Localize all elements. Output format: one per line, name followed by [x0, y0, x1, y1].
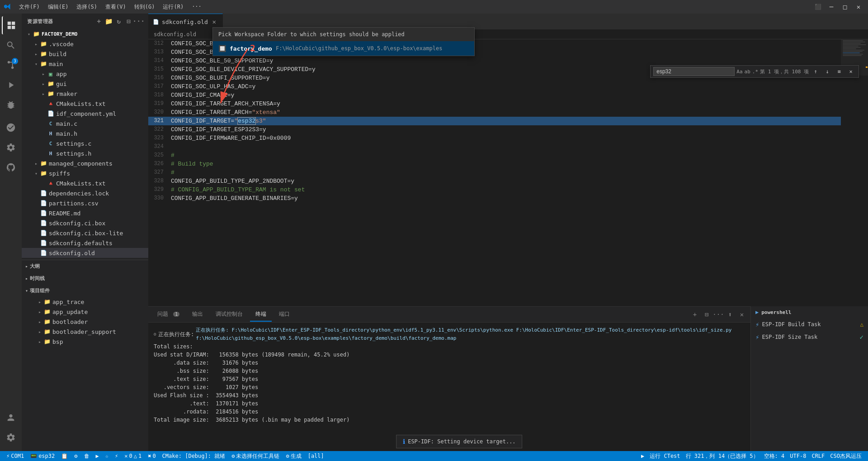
tree-item-managed[interactable]: ▸ 📁 managed_components	[22, 158, 148, 168]
status-spaces[interactable]: 空格: 4	[761, 451, 788, 461]
status-flash-icon[interactable]: ⚡	[112, 451, 121, 461]
status-copy-icon[interactable]: 📋	[58, 451, 71, 461]
tree-item-mainc[interactable]: ▸ C main.c	[22, 119, 148, 128]
tree-item-bsp[interactable]: ▸ 📁 bsp	[22, 337, 148, 347]
find-input[interactable]	[653, 67, 735, 76]
find-next-icon[interactable]: ↓	[822, 67, 832, 76]
activity-extensions[interactable]	[2, 96, 20, 114]
terminal-content[interactable]: ⚙ 正在执行任务: 正在执行任务: F:\HoloCubic\IDF\Enter…	[148, 323, 750, 451]
tree-item-main[interactable]: ▾ 📁 main	[22, 59, 148, 69]
panel-maximize-icon[interactable]: ⬆	[725, 309, 735, 319]
status-encoding[interactable]: UTF-8	[787, 451, 809, 461]
tree-item-spiffs[interactable]: ▾ 📁 spiffs	[22, 168, 148, 178]
status-star-icon[interactable]: ☆	[103, 451, 111, 461]
status-x-count[interactable]: ✖ 0	[145, 451, 158, 461]
panel-close-icon[interactable]: ✕	[737, 309, 747, 319]
activity-github[interactable]	[2, 158, 20, 176]
status-eol[interactable]: CRLF	[809, 451, 827, 461]
minimize-button[interactable]: ─	[826, 1, 837, 13]
tree-item-rmaker[interactable]: ▸ 📁 rmaker	[22, 89, 148, 99]
menu-edit[interactable]: 编辑(E)	[44, 2, 72, 12]
new-folder-icon[interactable]: 📁	[105, 17, 113, 25]
find-case-icon[interactable]: Aa	[736, 69, 742, 75]
activity-account[interactable]	[2, 409, 20, 427]
esp-idf-size-task[interactable]: ⚡ ESP-IDF Size Task ✓	[751, 331, 868, 343]
status-all[interactable]: [all]	[305, 451, 327, 461]
status-line-col[interactable]: 行 321，列 14（已选择 5）	[683, 451, 761, 461]
activity-explorer[interactable]	[2, 16, 20, 34]
tab-close-icon[interactable]: ✕	[211, 18, 218, 25]
tree-item-app[interactable]: ▸ ▣ app	[22, 69, 148, 79]
find-select-all-icon[interactable]: ≡	[834, 67, 841, 76]
status-errors[interactable]: ✕ 0 △ 1	[122, 451, 144, 461]
tree-item-dependencies[interactable]: ▸ 📄 dependencies.lock	[22, 188, 148, 198]
status-run-right[interactable]: ▶	[638, 451, 647, 461]
refresh-icon[interactable]: ↻	[115, 17, 123, 25]
find-regex-icon[interactable]: .*	[752, 69, 758, 75]
new-file-icon[interactable]: +	[95, 17, 103, 25]
menu-view[interactable]: 查看(V)	[102, 2, 130, 12]
more-actions-icon[interactable]: ···	[135, 17, 143, 25]
panel-tab-terminal[interactable]: 终端	[250, 308, 272, 322]
tree-item-gui[interactable]: ▸ 📁 gui	[22, 79, 148, 89]
menu-file[interactable]: 文件(F)	[15, 2, 43, 12]
tree-item-settingsh[interactable]: ▸ H settings.h	[22, 148, 148, 158]
panel-more-icon[interactable]: ···	[713, 309, 723, 319]
menu-goto[interactable]: 转到(G)	[131, 2, 159, 12]
status-generate[interactable]: ⚙ 生成	[283, 451, 304, 461]
panel-split-icon[interactable]: ⊟	[702, 309, 712, 319]
menu-more[interactable]: ···	[188, 2, 205, 12]
tree-root-folder[interactable]: ▾ 📁 FACTORY_DEMO	[22, 29, 148, 39]
tree-item-vscode[interactable]: ▸ 📁 .vscode	[22, 39, 148, 49]
status-esp32[interactable]: 📟 esp32	[28, 451, 57, 461]
status-lang[interactable]: CSO杰风运压	[827, 451, 864, 461]
esp-idf-build-task[interactable]: ⚡ ESP-IDF Build Task △	[751, 318, 868, 331]
menu-select[interactable]: 选择(S)	[73, 2, 101, 12]
tree-item-sdkconfig-defaults[interactable]: ▸ 📄 sdkconfig.defaults	[22, 238, 148, 248]
editor-main[interactable]: Aa ab .* 第 1 项，共 108 项 ↑ ↓ ≡ ✕ 312 CONFI…	[148, 39, 841, 306]
tree-item-bootloader[interactable]: ▸ 📁 bootloader	[22, 317, 148, 327]
activity-run[interactable]	[2, 76, 20, 94]
panel-add-terminal-icon[interactable]: +	[690, 309, 700, 319]
workspace-picker-item[interactable]: 🔲 factory_demo F:\HoloCubic\github_esp_b…	[213, 41, 474, 56]
panel-tab-problems[interactable]: 问题 1	[152, 308, 185, 322]
timeline-section-header[interactable]: ▸ 时间线	[22, 272, 148, 285]
find-prev-icon[interactable]: ↑	[811, 67, 821, 76]
collapse-icon[interactable]: ⊟	[125, 17, 133, 25]
tree-item-bootloader-support[interactable]: ▸ 📁 bootloader_support	[22, 327, 148, 337]
maximize-button[interactable]: □	[839, 1, 851, 13]
activity-source-control[interactable]: 3	[2, 56, 20, 74]
tab-sdkconfig-old[interactable]: 📄 sdkconfig.old ✕	[148, 14, 223, 29]
status-no-kit[interactable]: ⚙ 未选择任何工具链	[229, 451, 282, 461]
find-word-icon[interactable]: ab	[745, 69, 750, 75]
tree-item-readme[interactable]: ▸ 📄 README.md	[22, 208, 148, 218]
components-section-header[interactable]: ▾ 项目组件	[22, 285, 148, 297]
layout-button[interactable]: ⬛	[812, 1, 824, 13]
panel-tab-debug[interactable]: 调试控制台	[210, 308, 248, 322]
menu-run[interactable]: 运行(R)	[159, 2, 187, 12]
tree-item-sdkconfig-ci-box[interactable]: ▸ 📄 sdkconfig.ci.box	[22, 218, 148, 228]
tree-item-spiffs-cmake[interactable]: ▸ 🔺 CMakeLists.txt	[22, 178, 148, 188]
status-cmake[interactable]: CMake: [Debug]: 就绪	[160, 451, 228, 461]
activity-esp-idf[interactable]	[2, 119, 20, 137]
panel-tab-ports[interactable]: 端口	[274, 308, 295, 322]
status-run-icon[interactable]: ▶	[93, 451, 102, 461]
status-com1[interactable]: ⚡ COM1	[4, 451, 27, 461]
outline-section-header[interactable]: ▸ 大纲	[22, 260, 148, 272]
activity-search[interactable]	[2, 36, 20, 54]
tree-item-build[interactable]: ▸ 📁 build	[22, 49, 148, 59]
tree-item-app-trace[interactable]: ▸ 📁 app_trace	[22, 297, 148, 307]
tree-item-mainh[interactable]: ▸ H main.h	[22, 128, 148, 138]
tree-item-app-update[interactable]: ▸ 📁 app_update	[22, 307, 148, 317]
tree-item-sdkconfig-ci-box-lite[interactable]: ▸ 📄 sdkconfig.ci.box-lite	[22, 228, 148, 238]
tree-item-cmakelists[interactable]: ▸ 🔺 CMakeLists.txt	[22, 99, 148, 109]
panel-tab-output[interactable]: 输出	[187, 308, 208, 322]
status-settings-icon[interactable]: ⚙	[71, 451, 80, 461]
status-run-ctest[interactable]: 运行 CTest	[647, 451, 683, 461]
activity-settings[interactable]	[2, 428, 20, 447]
tree-item-settingsc[interactable]: ▸ C settings.c	[22, 138, 148, 148]
tree-item-idfcomponent[interactable]: ▸ 📄 idf_component.yml	[22, 109, 148, 119]
status-trash-icon[interactable]: 🗑	[81, 451, 92, 461]
tree-item-partitions[interactable]: ▸ 📄 partitions.csv	[22, 198, 148, 208]
close-button[interactable]: ✕	[853, 1, 864, 13]
